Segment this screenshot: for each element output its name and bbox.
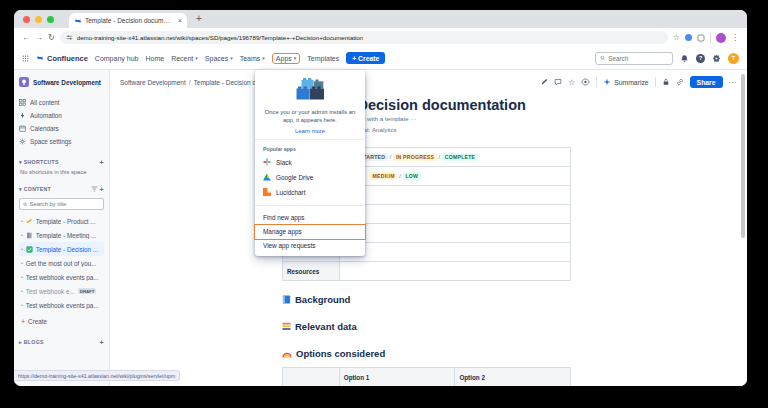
scrollbar[interactable]: [741, 74, 745, 238]
more-actions-icon[interactable]: ···: [729, 79, 738, 86]
tree-item-template-decision[interactable]: • Template - Decision ...: [19, 242, 104, 256]
edit-pencil-icon[interactable]: [540, 78, 548, 86]
tree-item-get-the-most[interactable]: • Get the most out of you...: [19, 256, 104, 270]
copy-link-icon[interactable]: [676, 78, 684, 86]
byline-fragment: st: Analytics: [364, 126, 397, 133]
slack-icon: [263, 158, 271, 166]
filter-icon[interactable]: [91, 186, 98, 192]
nav-home[interactable]: Home: [145, 55, 164, 62]
menu-item-view-app-requests[interactable]: View app requests: [255, 239, 365, 253]
content-section-header[interactable]: ▾ CONTENT +: [19, 183, 104, 195]
sidebar-search-input[interactable]: [30, 201, 100, 207]
divider: [655, 77, 656, 87]
add-shortcut-icon[interactable]: +: [100, 159, 104, 166]
global-search[interactable]: [595, 52, 673, 65]
nav-teams[interactable]: Teams▾: [240, 55, 265, 62]
zoom-window-button[interactable]: [47, 16, 54, 23]
url-bar: ← → ↻ demo-training-site-x41.atlassian.n…: [14, 28, 747, 47]
user-avatar[interactable]: T: [728, 53, 739, 64]
divider: [255, 139, 365, 140]
forward-icon[interactable]: →: [35, 33, 43, 42]
share-button[interactable]: Share: [690, 76, 723, 88]
bullet: •: [21, 274, 23, 280]
status-lozenge[interactable]: IN PROGRESS: [393, 153, 436, 161]
tab-title: Template - Decision docum…: [85, 17, 175, 24]
menu-item-find-new-apps[interactable]: Find new apps: [255, 211, 365, 225]
tree-item-template-product[interactable]: • Template - Product ...: [19, 214, 104, 228]
reload-icon[interactable]: ↻: [48, 33, 55, 42]
tree-item-webhook-2[interactable]: • Test webhook events pa...: [19, 298, 104, 312]
confluence-logo[interactable]: Confluence: [36, 54, 88, 63]
close-window-button[interactable]: [23, 16, 30, 23]
nav-company-hub[interactable]: Company hub: [95, 55, 139, 62]
sidebar-item-automation[interactable]: Automation: [19, 109, 104, 122]
summarize-button[interactable]: Summarize: [603, 78, 648, 86]
breadcrumb-space[interactable]: Software Development: [120, 79, 186, 86]
app-switcher-icon[interactable]: [22, 55, 29, 62]
blogs-section-header[interactable]: ▸ BLOGS +: [19, 336, 104, 348]
space-header[interactable]: Software Development: [19, 77, 104, 87]
sidebar-item-space-settings[interactable]: Space settings: [19, 135, 104, 148]
status-lozenge[interactable]: LOW: [403, 172, 421, 180]
calendar-icon: [19, 125, 26, 132]
add-blog-icon[interactable]: +: [100, 339, 104, 346]
tree-item-template-meeting[interactable]: • Template - Meeting ...: [19, 228, 104, 242]
byline-fragment: l with a template ···: [364, 115, 417, 122]
space-avatar: [19, 77, 29, 87]
nav-apps[interactable]: Apps▾: [272, 53, 300, 64]
restrictions-lock-icon[interactable]: [662, 78, 670, 86]
bullet: •: [21, 302, 23, 308]
sidebar-item-calendars[interactable]: Calendars: [19, 122, 104, 135]
status-lozenge[interactable]: COMPLETE: [442, 153, 477, 161]
settings-gear-icon[interactable]: [712, 54, 721, 63]
extension-icon[interactable]: [685, 34, 692, 41]
star-icon[interactable]: ☆: [568, 78, 575, 87]
minimize-window-button[interactable]: [35, 16, 42, 23]
menu-item-manage-apps[interactable]: Manage apps: [255, 225, 365, 239]
apps-empty-text: Once you or your admin installs an app, …: [255, 108, 365, 125]
window-controls: [23, 16, 54, 23]
tab-close-icon[interactable]: ×: [178, 17, 182, 24]
new-tab-button[interactable]: +: [196, 13, 202, 24]
bookmark-star-icon[interactable]: ☆: [673, 33, 680, 42]
search-input[interactable]: [608, 55, 668, 62]
site-settings-icon: [66, 33, 73, 42]
create-button[interactable]: + Create: [346, 52, 385, 64]
comment-icon[interactable]: [554, 78, 562, 86]
browser-tab[interactable]: Template - Decision docum… ×: [69, 13, 187, 28]
watch-eye-icon[interactable]: [581, 78, 590, 86]
space-sidebar: Software Development All content Automat…: [14, 70, 110, 386]
nav-recent[interactable]: Recent▾: [171, 55, 198, 62]
add-content-icon[interactable]: +: [100, 186, 104, 193]
browser-menu-icon[interactable]: ⋮: [731, 33, 739, 42]
shortcuts-section-header[interactable]: ▾ SHORTCUTS +: [19, 156, 104, 168]
help-icon[interactable]: ?: [696, 54, 705, 63]
pencil-icon: [26, 218, 33, 225]
confluence-header: Confluence Company hub Home Recent▾ Spac…: [14, 47, 747, 70]
notifications-bell-icon[interactable]: [680, 54, 689, 63]
sidebar-item-all-content[interactable]: All content: [19, 96, 104, 109]
sidebar-create-button[interactable]: + Create: [19, 314, 104, 328]
ai-sparkle-icon: [603, 78, 611, 86]
nav-spaces[interactable]: Spaces▾: [205, 55, 233, 62]
tree-item-webhook-draft[interactable]: • Test webhook e... DRAFT: [19, 284, 104, 298]
rainbow-icon: [282, 349, 292, 358]
back-icon[interactable]: ←: [22, 33, 30, 42]
tree-item-webhook-1[interactable]: • Test webhook events pa...: [19, 270, 104, 284]
browser-profile-avatar[interactable]: [716, 33, 726, 43]
options-header-row: Option 1 Option 2: [283, 368, 571, 387]
nav-templates[interactable]: Templates: [307, 55, 339, 62]
learn-more-link[interactable]: Learn more: [255, 128, 365, 134]
menu-item-slack[interactable]: Slack: [255, 155, 365, 170]
chevron-down-icon: ▾: [195, 55, 198, 61]
sidebar-search[interactable]: [19, 198, 104, 210]
url-text: demo-training-site-x41.atlassian.net/wik…: [77, 34, 364, 41]
address-bar[interactable]: demo-training-site-x41.atlassian.net/wik…: [60, 31, 668, 44]
menu-item-lucidchart[interactable]: Lucidchart: [255, 185, 365, 200]
extensions-menu-icon[interactable]: [697, 34, 705, 42]
status-lozenge[interactable]: MEDIUM: [370, 172, 397, 180]
menu-item-google-drive[interactable]: Google Drive: [255, 170, 365, 185]
notebook-icon: [26, 232, 33, 239]
lucidchart-icon: [263, 188, 271, 196]
bullet: •: [21, 260, 23, 266]
